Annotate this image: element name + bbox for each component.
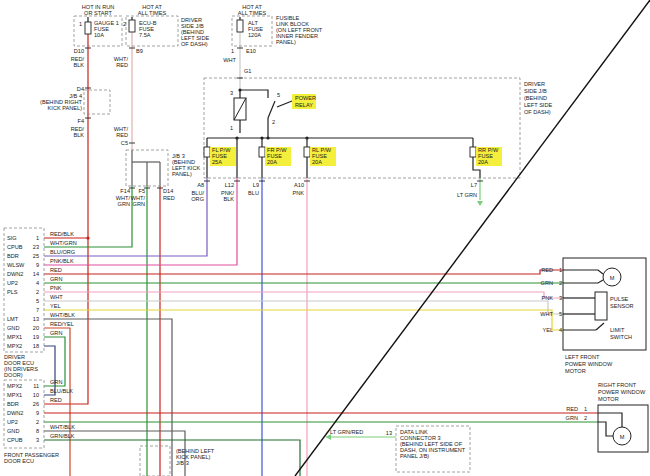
left-motor-caption-2: POWER WINDOW bbox=[565, 361, 613, 367]
jbm-note-5: OF DASH) bbox=[524, 109, 551, 115]
connector-d14: D14 bbox=[163, 188, 173, 194]
ecu-pin-name: GND bbox=[7, 428, 19, 434]
jb4-label-3: KICK PANEL) bbox=[48, 105, 83, 111]
ecu-pin-number: 26 bbox=[33, 401, 39, 407]
ecu-wire-label: WHT/BLK bbox=[50, 312, 75, 318]
junction-dot bbox=[235, 136, 238, 139]
wire-lm-motor-2 bbox=[563, 280, 603, 283]
connector-f4: F4 bbox=[77, 118, 84, 124]
ecu-wire-label: WHT bbox=[50, 294, 63, 300]
connector-c5: C5 bbox=[121, 140, 128, 146]
connector-e10: E10 bbox=[246, 48, 256, 54]
driver-ecu-caption-4: DOOR) bbox=[4, 372, 23, 378]
ecu-pin-number: 7 bbox=[36, 307, 39, 313]
passenger-ecu-caption-2: DOOR ECU bbox=[4, 458, 34, 464]
wire-wht-grn-1b: GRN bbox=[118, 201, 130, 207]
wiring-diagram: HOT IN RUN OR START 1 GAUGE 1 FUSE 10A D… bbox=[0, 0, 650, 476]
ecu-pin-name: UP2 bbox=[7, 280, 18, 286]
rm-pin-2: 2 bbox=[584, 415, 587, 421]
ecu-wire-label: BLU/ORG bbox=[50, 249, 75, 255]
ecu-pin-number: 9 bbox=[36, 410, 39, 416]
ecu-wire-label: PNK bbox=[50, 285, 62, 291]
rm-wire-grn: GRN bbox=[566, 415, 578, 421]
ecu-pin-number: 25 bbox=[33, 253, 39, 259]
power-relay-label-2: RELAY bbox=[295, 102, 313, 108]
connector-f14: F14 bbox=[120, 188, 130, 194]
ecu-wire-label: PNK/BLK bbox=[50, 258, 74, 264]
pin-l7: L7 bbox=[471, 182, 477, 188]
right-motor-caption-2: POWER WINDOW bbox=[598, 389, 646, 395]
ecu-pin-number: 19 bbox=[33, 334, 39, 340]
left-motor-pin-number: 2 bbox=[559, 280, 562, 286]
ps2-pin: 2 bbox=[123, 21, 126, 27]
wire-red-d14: RED bbox=[163, 195, 175, 201]
wire-wht-blk-row bbox=[44, 319, 172, 476]
left-motor-wire-label: YEL bbox=[542, 327, 553, 333]
passenger-ecu-pin-rows: MPX211GRNMPX110BLU/BLKBDR26REDDWN29UP22G… bbox=[7, 379, 75, 443]
rm-wire-red: RED bbox=[566, 406, 578, 412]
ecu-wire-label: GRN bbox=[50, 276, 62, 282]
connector-d4: D4 bbox=[77, 86, 84, 92]
wire-relay-top-link bbox=[240, 90, 268, 98]
left-motor-m: M bbox=[610, 275, 615, 281]
ecu-pin-name: DWN2 bbox=[7, 271, 23, 277]
rr-fuse-3: 20A bbox=[478, 159, 488, 165]
ecu-pin-number: 14 bbox=[33, 271, 39, 277]
rl-fuse-3: 20A bbox=[312, 159, 322, 165]
wire-dwn2-red-row bbox=[44, 270, 563, 274]
ecub-fuse-icon bbox=[129, 20, 135, 32]
junction-dot bbox=[266, 136, 269, 139]
ecu-pin-name: PLS bbox=[7, 289, 18, 295]
wire-pls-pnk-row bbox=[44, 292, 563, 298]
connector-f5: F5 bbox=[138, 188, 145, 194]
wire-wht-red-1b: RED bbox=[116, 62, 128, 68]
ecu-pin-number: 23 bbox=[33, 244, 39, 250]
wire-relay-contact bbox=[268, 101, 275, 118]
ecu-pin-number: 2 bbox=[36, 289, 39, 295]
relay-coil-diagonal bbox=[234, 98, 246, 120]
ecu-pin-name: WLSW bbox=[7, 262, 25, 268]
pin-a8: A8 bbox=[197, 182, 204, 188]
jbm-note-1: DRIVER bbox=[524, 81, 545, 87]
ps3-fuse-rating: 120A bbox=[248, 32, 261, 38]
ps3-pin: 1 bbox=[231, 48, 234, 54]
ecu-wire-label: GRN bbox=[50, 379, 62, 385]
ecu-pin-number: 3 bbox=[36, 437, 39, 443]
rm-pin-1: 1 bbox=[584, 406, 587, 412]
continuation-arrow-icon bbox=[477, 201, 483, 206]
left-motor-wire-label: GRN bbox=[541, 280, 553, 286]
wire-red-blk-1b: BLK bbox=[73, 62, 84, 68]
wire-rm-motor-2 bbox=[598, 422, 613, 436]
ecu-wire-label: WHT/BLK bbox=[50, 424, 75, 430]
relay-pin-2: 2 bbox=[272, 119, 275, 125]
connector-d10: D10 bbox=[74, 48, 84, 54]
dlc-label-5: PANEL J/B) bbox=[400, 453, 429, 459]
pulse-sensor-body bbox=[595, 292, 607, 320]
connector-b9: B9 bbox=[136, 48, 143, 54]
wire-wht-grn-2b: GRN bbox=[133, 201, 145, 207]
wire-wht-row bbox=[44, 301, 563, 314]
rl-pw-fuse-icon bbox=[304, 147, 310, 157]
wire-lm-limit-switch bbox=[596, 323, 604, 330]
left-motor-pin-labels: RED1GRN2PNK3WHT5YEL4 bbox=[540, 267, 562, 333]
ecu-pin-number: 8 bbox=[36, 428, 39, 434]
ecu-wire-label: GRN bbox=[50, 330, 62, 336]
ecu-pin-number: 13 bbox=[33, 316, 39, 322]
ps1-fuse-rating: 10A bbox=[94, 32, 104, 38]
diagonal-crease-line bbox=[295, 0, 650, 476]
wire-yel-row bbox=[44, 310, 563, 330]
left-motor-caption-3: MOTOR bbox=[565, 368, 586, 374]
pulse-sensor-1: PULSE bbox=[610, 296, 629, 302]
wire-pnk: PNK bbox=[292, 190, 304, 196]
ecu-pin-name: CPUB bbox=[7, 437, 23, 443]
ps3-title2: ALL TIMES bbox=[238, 10, 267, 16]
wire-blu-org-b: ORG bbox=[191, 196, 204, 202]
relay-pin-5: 5 bbox=[277, 92, 280, 98]
jb3-bottom-caption-3: J/B 3 bbox=[176, 460, 189, 466]
left-motor-pin-number: 3 bbox=[559, 295, 562, 301]
ecu-pin-number: 5 bbox=[36, 298, 39, 304]
driver-ecu-pin-rows: SIG1RED/BLKCPUB23WHT/GRNBDR25BLU/ORGWLSW… bbox=[7, 231, 77, 349]
ecu-pin-name: MPX2 bbox=[7, 383, 22, 389]
fr-fuse-3: 20A bbox=[267, 159, 277, 165]
continuation-arrow-icon bbox=[326, 434, 331, 440]
